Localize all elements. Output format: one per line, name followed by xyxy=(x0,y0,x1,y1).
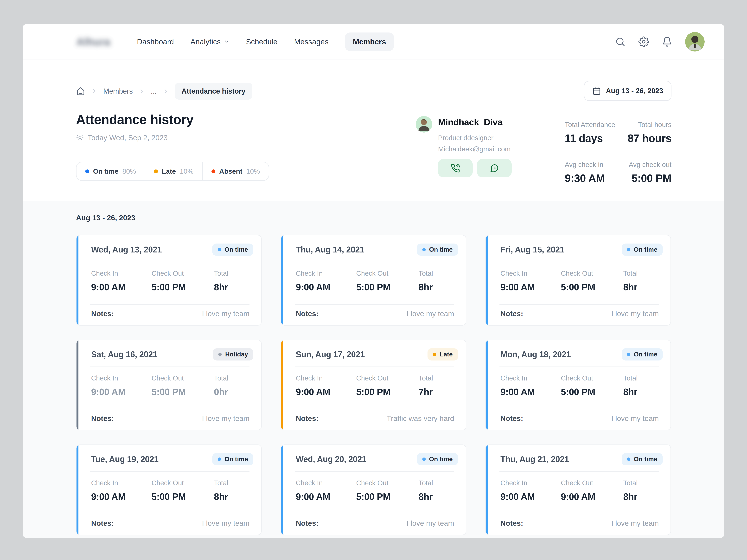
status-dot xyxy=(422,248,426,251)
card-divider xyxy=(90,471,250,472)
attendance-card[interactable]: Thu, Aug 14, 2021 On time Check In 9:00 … xyxy=(281,235,466,326)
total-value: 7hr xyxy=(418,386,458,397)
check-out-label: Check Out xyxy=(356,270,418,277)
chat-bubble-icon xyxy=(490,163,499,173)
gear-icon[interactable] xyxy=(638,36,649,47)
card-date: Wed, Aug 20, 2021 xyxy=(296,454,366,464)
status-accent-bar xyxy=(281,445,283,535)
page-header-section: Members ... Attendance history Aug 13 - … xyxy=(23,59,724,201)
status-dot xyxy=(422,457,426,461)
status-accent-bar xyxy=(77,445,78,535)
total-value: 8hr xyxy=(623,491,663,502)
stat-avg-check-in: Avg check in 9:30 AM xyxy=(565,161,605,184)
check-in-value: 9:00 AM xyxy=(91,386,152,397)
check-in-value: 9:00 AM xyxy=(500,491,561,502)
app-logo[interactable]: Alhura xyxy=(77,36,123,48)
page-subtitle: Today Wed, Sep 2, 2023 xyxy=(76,133,168,142)
stat-total-hours: Total hours 87 hours xyxy=(627,121,671,145)
notes-label: Notes: xyxy=(500,519,523,528)
notes-value: I love my team xyxy=(611,309,659,318)
absent-dot xyxy=(211,170,215,173)
total-label: Total xyxy=(623,270,663,277)
bell-icon[interactable] xyxy=(662,36,672,47)
check-in-label: Check In xyxy=(91,479,152,487)
attendance-card[interactable]: Mon, Aug 18, 2021 On time Check In 9:00 … xyxy=(485,340,671,430)
card-date: Sun, Aug 17, 2021 xyxy=(296,350,365,359)
card-divider xyxy=(499,514,659,514)
legend-item-absent: Absent 10% xyxy=(202,162,269,180)
card-divider xyxy=(499,366,659,367)
page-title: Attendance history xyxy=(76,112,194,127)
attendance-card[interactable]: Thu, Aug 21, 2021 On time Check In 9:00 … xyxy=(485,444,671,535)
check-out-value: 5:00 PM xyxy=(356,386,418,397)
attendance-card[interactable]: Tue, Aug 19, 2021 On time Check In 9:00 … xyxy=(76,444,262,535)
attendance-card[interactable]: Wed, Aug 13, 2021 On time Check In 9:00 … xyxy=(76,235,262,326)
card-date: Thu, Aug 14, 2021 xyxy=(296,245,364,254)
status-accent-bar xyxy=(486,445,488,535)
status-dot xyxy=(627,457,630,461)
stage: Alhura Dashboard Analytics Schedule Mess… xyxy=(0,0,747,560)
card-divider xyxy=(295,514,454,514)
section-divider xyxy=(146,218,671,218)
notes-value: I love my team xyxy=(611,519,659,528)
total-value: 8hr xyxy=(623,282,663,292)
status-dot xyxy=(433,353,436,356)
breadcrumb: Members ... Attendance history xyxy=(76,81,252,101)
check-out-label: Check Out xyxy=(152,479,214,487)
nav-item-schedule[interactable]: Schedule xyxy=(246,37,278,46)
total-value: 0hr xyxy=(214,386,253,397)
notes-label: Notes: xyxy=(296,414,318,423)
on-time-dot xyxy=(85,170,89,173)
attendance-card[interactable]: Sun, Aug 17, 2021 Late Check In 9:00 AM … xyxy=(281,340,466,430)
attendance-grid: Wed, Aug 13, 2021 On time Check In 9:00 … xyxy=(76,235,671,535)
card-divider xyxy=(295,366,454,367)
status-label: Late xyxy=(440,351,453,358)
search-icon[interactable] xyxy=(615,36,626,47)
total-value: 8hr xyxy=(623,386,663,397)
status-badge: On time xyxy=(622,348,663,360)
total-label: Total xyxy=(418,479,458,487)
status-badge: Late xyxy=(428,348,458,360)
card-date: Sat, Aug 16, 2021 xyxy=(91,350,157,359)
chevron-down-icon xyxy=(224,37,230,46)
card-date: Mon, Aug 18, 2021 xyxy=(500,350,571,359)
member-role: Product ddesigner xyxy=(438,134,493,142)
status-accent-bar xyxy=(77,235,78,325)
nav-item-dashboard[interactable]: Dashboard xyxy=(137,37,174,46)
notes-value: Traffic was very hard xyxy=(387,414,454,423)
home-icon[interactable] xyxy=(76,86,85,96)
check-out-value: 5:00 PM xyxy=(152,386,214,397)
member-actions xyxy=(438,159,512,177)
attendance-card[interactable]: Fri, Aug 15, 2021 On time Check In 9:00 … xyxy=(485,235,671,326)
check-out-value: 5:00 PM xyxy=(152,282,214,292)
today-date-text: Today Wed, Sep 2, 2023 xyxy=(88,133,168,142)
total-label: Total xyxy=(623,374,663,382)
nav-item-members[interactable]: Members xyxy=(345,32,394,51)
breadcrumb-ellipsis[interactable]: ... xyxy=(151,87,157,95)
total-value: 8hr xyxy=(214,491,253,502)
nav-item-analytics[interactable]: Analytics xyxy=(190,37,229,46)
section-heading: Aug 13 - 26, 2023 xyxy=(76,214,135,222)
notes-value: I love my team xyxy=(202,309,250,318)
legend-item-late: Late 10% xyxy=(145,162,202,180)
attendance-card[interactable]: Wed, Aug 20, 2021 On time Check In 9:00 … xyxy=(281,444,466,535)
total-value: 8hr xyxy=(418,282,458,292)
status-dot xyxy=(218,353,222,356)
attendance-card[interactable]: Sat, Aug 16, 2021 Holiday Check In 9:00 … xyxy=(76,340,262,430)
check-in-label: Check In xyxy=(91,270,152,277)
status-dot xyxy=(218,457,221,461)
nav-item-messages[interactable]: Messages xyxy=(294,37,329,46)
date-range-button[interactable]: Aug 13 - 26, 2023 xyxy=(584,81,671,101)
notes-label: Notes: xyxy=(91,519,114,528)
status-label: On time xyxy=(634,456,658,463)
check-in-label: Check In xyxy=(500,479,561,487)
card-divider xyxy=(295,304,454,305)
card-divider xyxy=(499,262,659,262)
topbar-actions xyxy=(615,32,704,51)
chat-button[interactable] xyxy=(477,159,512,177)
call-button[interactable] xyxy=(438,159,473,177)
chevron-right-icon xyxy=(138,88,145,94)
breadcrumb-members[interactable]: Members xyxy=(103,87,133,95)
check-in-value: 9:00 AM xyxy=(91,491,152,502)
user-avatar[interactable] xyxy=(685,32,704,51)
